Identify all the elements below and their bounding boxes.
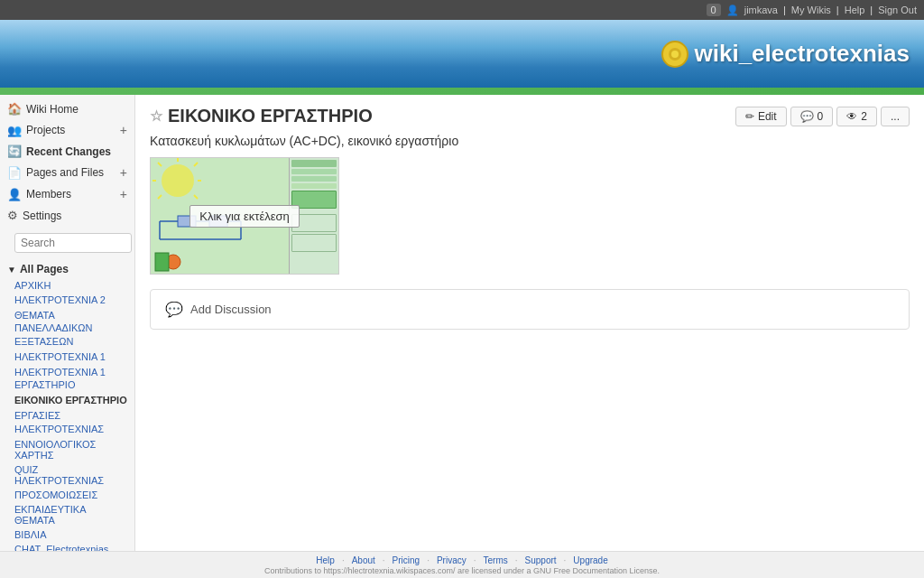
nav-hlektrotexnia1[interactable]: ΗΛΕΚΤΡΟΤΕΧΝΙΑ 1	[0, 350, 134, 364]
nav-eikoniko-ergas[interactable]: ΕΙΚΟΝΙΚΟ ΕΡΓΑΣΤΗΡΙΟ	[0, 393, 134, 407]
all-pages-section[interactable]: ▼ All Pages	[0, 260, 134, 278]
nav-chat-electrotexnias1[interactable]: CHAT_Electrotexnias	[0, 542, 134, 551]
all-pages-arrow: ▼	[7, 265, 16, 275]
comments-button[interactable]: 💬 0	[790, 107, 834, 126]
nav-hlektrotexnia1-ergas[interactable]: ΗΛΕΚΤΡΟΤΕΧΝΙΑ 1 ΕΡΓΑΣΤΗΡΙΟ	[0, 364, 134, 394]
svg-rect-19	[155, 253, 169, 271]
image-overlay-text[interactable]: Κλικ για εκτέλεση	[189, 205, 299, 228]
nav-arxiki[interactable]: ΑΡΧΙΚΗ	[0, 278, 134, 293]
svg-point-4	[162, 164, 194, 197]
nav-hlektrotexnia2[interactable]: ΗΛΕΚΤΡΟΤΕΧΝΙΑ 2	[0, 293, 134, 307]
nav-ergasies[interactable]: ΕΡΓΑΣΙΕΣ ΗΛΕΚΤΡΟΤΕΧΝΙΑΣ	[0, 407, 134, 437]
nav-prosomoi[interactable]: ΠΡΟΣΟΜΟΙΩΣΕΙΣ	[0, 488, 134, 502]
footer-privacy[interactable]: Privacy	[437, 555, 467, 565]
comment-icon: 💬	[800, 110, 814, 123]
pages-files-label: Pages and Files	[26, 166, 104, 179]
pencil-icon: ✏	[745, 110, 754, 123]
sidebar-item-pages-files[interactable]: 📄 Pages and Files +	[0, 162, 134, 183]
ellipsis-icon: ...	[891, 110, 900, 123]
edit-button[interactable]: ✏ Edit	[735, 107, 787, 126]
add-discussion-label: Add Discussion	[190, 303, 272, 316]
svg-point-2	[671, 51, 679, 58]
add-projects-icon[interactable]: +	[120, 123, 127, 137]
page-image-container: Κλικ για εκτέλεση	[150, 157, 910, 275]
members-icon: 👤	[7, 188, 22, 201]
footer-terms[interactable]: Terms	[484, 555, 508, 565]
eye-icon: 👁	[846, 110, 857, 123]
site-logo: wiki_electrotexnias	[661, 40, 910, 69]
user-avatar-icon: 👤	[726, 5, 739, 16]
footer-about[interactable]: About	[352, 555, 375, 565]
comments-count: 0	[818, 110, 824, 123]
page-subtitle: Κατασκευή κυκλωμάτων (AC+DC), εικονικό ε…	[150, 134, 910, 148]
recent-changes-label: Recent Changes	[26, 145, 111, 158]
settings-label: Settings	[23, 210, 61, 222]
home-icon: 🏠	[7, 102, 22, 116]
notification-badge[interactable]: 0	[707, 4, 721, 16]
more-button[interactable]: ...	[881, 107, 910, 126]
followers-button[interactable]: 👁 2	[836, 107, 877, 126]
footer: Help · About · Pricing · Privacy · Terms…	[0, 551, 924, 578]
projects-icon: 👥	[7, 124, 22, 137]
sidebar-item-projects[interactable]: 👥 Projects +	[0, 119, 134, 141]
help-link[interactable]: Help	[845, 5, 865, 15]
my-wikis-link[interactable]: My Wikis	[791, 5, 831, 15]
footer-help[interactable]: Help	[316, 555, 335, 565]
footer-upgrade[interactable]: Upgrade	[573, 555, 607, 565]
all-pages-label: All Pages	[20, 263, 69, 275]
green-stripe	[0, 88, 924, 95]
add-pages-icon[interactable]: +	[120, 165, 127, 180]
sign-out-link[interactable]: Sign Out	[878, 5, 917, 15]
toolbar-buttons: ✏ Edit 💬 0 👁 2 ...	[735, 107, 910, 126]
footer-support[interactable]: Support	[525, 555, 557, 565]
site-title: wiki_electrotexnias	[695, 40, 910, 68]
sidebar: 🏠 Wiki Home 👥 Projects + 🔄 Recent Change…	[0, 95, 135, 551]
followers-count: 2	[861, 110, 867, 123]
edit-btn-label: Edit	[758, 110, 777, 123]
sidebar-item-settings[interactable]: ⚙ Settings	[0, 205, 134, 226]
sidebar-item-wiki-home[interactable]: 🏠 Wiki Home	[0, 98, 134, 119]
top-bar: 0 👤 jimkava | My Wikis | Help | Sign Out	[0, 0, 924, 20]
circuit-image[interactable]: Κλικ για εκτέλεση	[150, 157, 339, 275]
footer-pricing[interactable]: Pricing	[393, 555, 420, 565]
header: wiki_electrotexnias	[0, 20, 924, 88]
members-label: Members	[26, 188, 71, 200]
nav-ekpaid-themata[interactable]: ΕΚΠΑΙΔΕΥΤΙΚΑ ΘΕΜΑΤΑ	[0, 502, 134, 527]
add-members-icon[interactable]: +	[120, 187, 127, 201]
footer-links: Help · About · Pricing · Privacy · Terms…	[316, 555, 607, 565]
settings-icon: ⚙	[7, 209, 18, 222]
logo-gear-icon	[661, 40, 689, 69]
footer-copyright: Contributions to https://hlectrotexnia.w…	[264, 566, 660, 575]
nav-themata-pan[interactable]: ΘΕΜΑΤΑ ΠΑΝΕΛΛΑΔΙΚΩΝ ΕΞΕΤΑΣΕΩΝ	[0, 307, 134, 350]
search-input[interactable]	[14, 233, 132, 253]
favorite-star-icon[interactable]: ☆	[150, 107, 162, 125]
nav-ennoiologikos[interactable]: ΕΝΝΟΙΟΛΟΓΙΚΟΣ ΧΑΡΤΗΣ	[0, 437, 134, 462]
main-content: ☆ ΕΙΚΟΝΙΚΟ ΕΡΓΑΣΤΗΡΙΟ ✏ Edit 💬 0 👁 2 ...	[135, 95, 924, 551]
sidebar-item-members[interactable]: 👤 Members +	[0, 183, 134, 205]
sidebar-item-recent-changes[interactable]: 🔄 Recent Changes	[0, 141, 134, 162]
recent-changes-icon: 🔄	[7, 144, 22, 158]
nav-quiz[interactable]: QUIZ ΗΛΕΚΤΡΟΤΕΧΝΙΑΣ	[0, 462, 134, 488]
page-title-bar: ☆ ΕΙΚΟΝΙΚΟ ΕΡΓΑΣΤΗΡΙΟ ✏ Edit 💬 0 👁 2 ...	[150, 106, 910, 126]
discussion-icon: 💬	[165, 301, 183, 318]
wiki-home-label: Wiki Home	[26, 103, 79, 116]
add-discussion-box[interactable]: 💬 Add Discussion	[150, 289, 910, 330]
username-link[interactable]: jimkava	[744, 5, 778, 15]
page-title: ☆ ΕΙΚΟΝΙΚΟ ΕΡΓΑΣΤΗΡΙΟ	[150, 106, 373, 126]
nav-vivlia[interactable]: ΒΙΒΛΙΑ	[0, 527, 134, 542]
page-title-text: ΕΙΚΟΝΙΚΟ ΕΡΓΑΣΤΗΡΙΟ	[168, 106, 373, 126]
pages-icon: 📄	[7, 166, 22, 180]
projects-label: Projects	[26, 124, 65, 136]
